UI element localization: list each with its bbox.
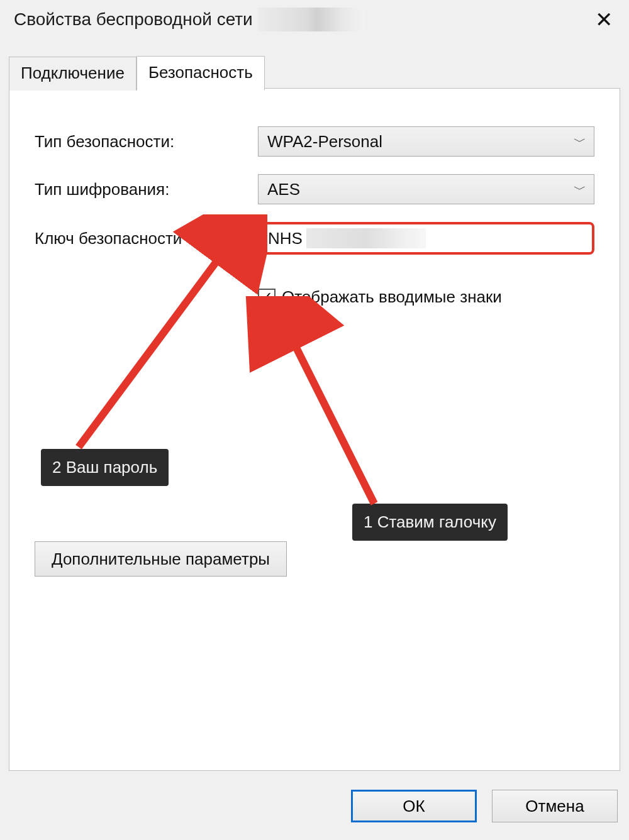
label-security-key: Ключ безопасности сети: [35, 229, 258, 248]
tab-row: Подключение Безопасность: [9, 55, 620, 90]
tab-panel-security: Тип безопасности: WPA2-Personal ﹀ Тип ши…: [9, 88, 620, 771]
annotation-your-password: 2 Ваш пароль: [41, 449, 169, 486]
checkmark-icon: ✓: [260, 290, 273, 305]
row-security-key: Ключ безопасности сети NHS: [35, 222, 594, 255]
window-title-text: Свойства беспроводной сети: [14, 9, 253, 30]
chevron-down-icon: ﹀: [574, 133, 586, 150]
row-security-type: Тип безопасности: WPA2-Personal ﹀: [35, 126, 594, 157]
chevron-down-icon: ﹀: [574, 181, 586, 198]
cancel-button[interactable]: Отмена: [492, 790, 618, 822]
ok-button[interactable]: ОК: [351, 790, 477, 822]
annotation-set-checkbox-text: 1 Ставим галочку: [364, 512, 496, 531]
label-security-type: Тип безопасности:: [35, 132, 258, 152]
cancel-button-label: Отмена: [525, 797, 584, 816]
checkbox-show-characters[interactable]: ✓: [258, 289, 276, 306]
select-encryption-value: AES: [267, 180, 300, 199]
advanced-settings-label: Дополнительные параметры: [52, 550, 270, 569]
ok-button-label: ОК: [403, 797, 425, 816]
dialog-buttons: ОК Отмена: [351, 790, 618, 822]
tabs-wrap: Подключение Безопасность Тип безопасност…: [9, 55, 620, 771]
select-security-type-value: WPA2-Personal: [267, 132, 382, 152]
input-security-key-value: NHS: [268, 229, 303, 248]
annotation-your-password-text: 2 Ваш пароль: [52, 458, 157, 477]
redacted-key-remainder: [306, 228, 426, 248]
titlebar: Свойства беспроводной сети ✕: [0, 0, 629, 39]
svg-line-1: [277, 309, 374, 504]
row-show-characters: ✓ Отображать вводимые знаки: [258, 287, 594, 307]
label-show-characters: Отображать вводимые знаки: [282, 287, 502, 307]
row-encryption: Тип шифрования: AES ﹀: [35, 174, 594, 204]
tab-connection[interactable]: Подключение: [9, 57, 136, 91]
window-title: Свойства беспроводной сети: [14, 8, 365, 31]
annotation-set-checkbox: 1 Ставим галочку: [352, 504, 508, 541]
tab-connection-label: Подключение: [21, 64, 125, 82]
tab-security-label: Безопасность: [148, 63, 253, 82]
advanced-settings-button[interactable]: Дополнительные параметры: [35, 541, 287, 577]
select-security-type[interactable]: WPA2-Personal ﹀: [258, 126, 594, 157]
redacted-ssid: [258, 8, 365, 31]
select-encryption[interactable]: AES ﹀: [258, 174, 594, 204]
annotation-arrow-icon: [242, 296, 406, 510]
label-encryption: Тип шифрования:: [35, 180, 258, 199]
close-icon[interactable]: ✕: [589, 6, 619, 33]
input-security-key[interactable]: NHS: [258, 222, 594, 255]
svg-line-3: [79, 227, 242, 447]
tab-security[interactable]: Безопасность: [136, 56, 265, 91]
